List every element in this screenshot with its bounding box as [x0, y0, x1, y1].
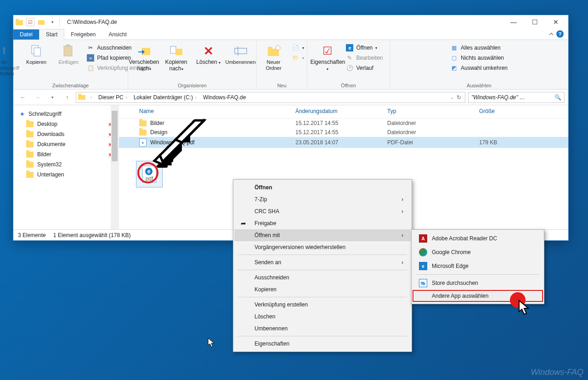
col-size[interactable]: Größe	[479, 108, 562, 114]
nav-row: ← → ▾ ↑ › Dieser PC› Lokaler Datenträger…	[13, 90, 568, 105]
tab-view[interactable]: Ansicht	[102, 29, 133, 40]
crumb-separator[interactable]: ›	[86, 94, 95, 101]
qat-folder-icon[interactable]	[37, 18, 45, 26]
new-item-button[interactable]: 📄▾	[291, 44, 305, 52]
paste-link-button[interactable]: 📋Verknüpfung einfügen	[86, 64, 152, 72]
svg-rect-2	[38, 20, 45, 25]
addr-dropdown-icon[interactable]: ⌄	[450, 95, 454, 100]
edit-button[interactable]: ✎Bearbeiten	[345, 54, 384, 62]
close-button[interactable]: ✕	[545, 15, 566, 29]
ctx-share[interactable]: ➦Freigabe	[234, 217, 411, 229]
group-open-label: Öffnen	[341, 82, 356, 88]
history-icon: 🕑	[346, 64, 353, 72]
sub-chrome[interactable]: Google Chrome	[413, 245, 543, 259]
ctx-rename[interactable]: Umbenennen	[234, 323, 411, 335]
edit-icon: ✎	[346, 54, 353, 62]
select-all-button[interactable]: ▦Alles auswählen	[450, 44, 509, 52]
forward-button[interactable]: →	[32, 92, 44, 103]
history-button[interactable]: 🕑Verlauf	[345, 64, 384, 72]
tab-share[interactable]: Freigeben	[64, 29, 102, 40]
ctx-crc[interactable]: CRC SHA›	[234, 205, 411, 217]
minimize-button[interactable]: —	[503, 15, 524, 29]
ribbon-collapse-help[interactable]: ?	[544, 28, 568, 40]
sidebar-item-unterlagen[interactable]: Unterlagen	[13, 170, 119, 180]
group-select-label: Auswählen	[467, 82, 492, 88]
ctx-create-shortcut[interactable]: Verknüpfung erstellen	[234, 299, 411, 311]
pin-icon	[0, 44, 11, 58]
open-with-submenu: AAdobe Acrobat Reader DC Google Chrome e…	[411, 229, 544, 304]
svg-rect-0	[16, 20, 23, 25]
ctx-open-with[interactable]: Öffnen mit›	[234, 229, 411, 241]
file-row[interactable]: Design 15.12.2017 14:55Dateiordner	[119, 128, 568, 137]
store-icon: 🛍	[419, 279, 427, 287]
tab-file[interactable]: Datei	[13, 29, 39, 40]
sidebar-quickaccess[interactable]: ★Schnellzugriff	[13, 109, 119, 119]
crumb-drive[interactable]: Lokaler Datenträger (C:)›	[131, 93, 199, 102]
tab-start[interactable]: Start	[39, 29, 64, 40]
chevron-right-icon: ›	[401, 208, 403, 215]
svg-rect-10	[235, 48, 247, 54]
ctx-open[interactable]: Öffnen	[234, 181, 411, 193]
folder-icon	[78, 94, 85, 101]
folder-icon	[15, 18, 23, 26]
ctx-cut[interactable]: Ausschneiden	[234, 272, 411, 284]
file-row[interactable]: Bilder 15.12.2017 14:55Dateiordner	[119, 119, 568, 128]
copy-button[interactable]: Kopieren	[22, 42, 51, 65]
selectnone-icon: ▢	[451, 54, 458, 62]
sidebar-scrollbar[interactable]	[111, 105, 119, 229]
ribbon: An Schnellzugriff anheften Kopieren Einf…	[13, 40, 568, 90]
chevron-right-icon: ›	[401, 196, 403, 203]
copy-to-button[interactable]: Kopieren nach▾	[162, 42, 191, 72]
share-icon: ➦	[241, 220, 246, 227]
paste-button[interactable]: Einfügen	[54, 42, 83, 65]
qat-dropdown-icon[interactable]: ▾	[48, 18, 57, 26]
folder-icon	[26, 142, 34, 147]
chevron-right-icon: ›	[401, 259, 403, 266]
quick-access-toolbar: ☑ ▾	[15, 18, 57, 26]
ctx-properties[interactable]: Eigenschaften	[234, 338, 411, 350]
select-none-button[interactable]: ▢Nichts auswählen	[450, 54, 509, 62]
recent-dropdown-icon[interactable]: ▾	[46, 92, 58, 103]
up-button[interactable]: ↑	[61, 92, 73, 103]
maximize-button[interactable]: ☐	[524, 15, 545, 29]
new-folder-button[interactable]: Neuer Ordner	[259, 42, 288, 71]
ctx-delete[interactable]: Löschen	[234, 311, 411, 323]
sidebar-item-images[interactable]: Bilder📌	[13, 149, 119, 159]
easy-access-button[interactable]: 📁▾	[291, 54, 305, 62]
col-type[interactable]: Typ	[387, 108, 479, 114]
crumb-folder[interactable]: Windows-FAQ.de	[200, 93, 249, 102]
ctx-copy[interactable]: Kopieren	[234, 284, 411, 295]
file-row-selected[interactable]: eWindows-FAQ.pdf 23.05.2018 14:07PDF-Dat…	[119, 137, 568, 148]
sub-adobe[interactable]: AAdobe Acrobat Reader DC	[413, 232, 543, 245]
edge-icon: e	[419, 262, 427, 270]
ctx-send-to[interactable]: Senden an›	[234, 256, 411, 268]
refresh-button[interactable]: ↻	[455, 94, 463, 101]
sidebar-item-downloads[interactable]: Downloads📌	[13, 129, 119, 139]
col-date[interactable]: Änderungsdatum	[295, 108, 387, 114]
open-button[interactable]: eÖffnen ▾	[345, 44, 384, 52]
address-bar[interactable]: › Dieser PC› Lokaler Datenträger (C:)› W…	[76, 92, 465, 103]
delete-button[interactable]: ✕Löschen ▾	[194, 42, 223, 66]
rename-button[interactable]: Umbenennen	[226, 42, 255, 65]
qat-properties-icon[interactable]: ☑	[26, 18, 34, 26]
search-input[interactable]: "Windows-FAQ.de" …🔍	[468, 92, 565, 103]
crumb-pc[interactable]: Dieser PC›	[96, 93, 130, 102]
ctx-previous-versions[interactable]: Vorgängerversionen wiederherstellen	[234, 241, 411, 253]
svg-rect-5	[64, 46, 72, 56]
sidebar-item-desktop[interactable]: Desktop📌	[13, 119, 119, 129]
newitem-icon: 📄	[292, 44, 300, 51]
help-icon[interactable]: ?	[556, 30, 564, 38]
col-name[interactable]: Name	[139, 108, 295, 114]
properties-button[interactable]: ☑Eigenschaften ▾	[313, 42, 342, 71]
sub-edge[interactable]: eMicrosoft Edge	[413, 259, 543, 273]
invert-selection-button[interactable]: ◩Auswahl umkehren	[450, 64, 509, 72]
ctx-7zip[interactable]: 7-Zip›	[234, 193, 411, 205]
chrome-icon	[419, 248, 427, 256]
sub-store[interactable]: 🛍Store durchsuchen	[413, 276, 543, 290]
sidebar-item-system32[interactable]: System32	[13, 159, 119, 170]
sidebar-item-documents[interactable]: Dokumente📌	[13, 139, 119, 149]
svg-rect-15	[78, 95, 85, 100]
pin-quickaccess-button[interactable]: An Schnellzugriff anheften	[0, 42, 19, 77]
back-button[interactable]: ←	[17, 92, 29, 103]
column-headers[interactable]: Name Änderungsdatum Typ Größe	[119, 105, 568, 119]
